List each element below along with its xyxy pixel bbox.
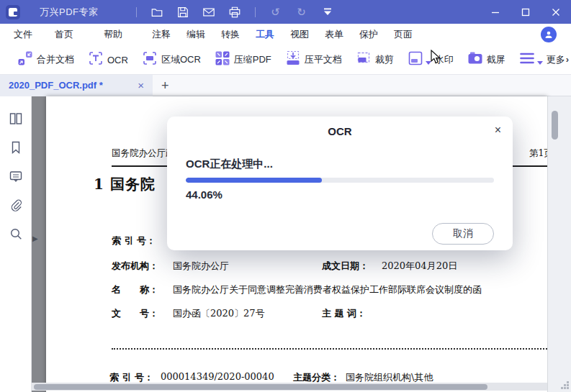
- ocr-dialog: OCR × OCR正在处理中... 44.06% 取消: [167, 117, 513, 250]
- vertical-scrollbar-thumb[interactable]: [552, 111, 558, 140]
- crop-button[interactable]: 裁剪: [356, 50, 394, 69]
- mouse-cursor: [430, 50, 444, 65]
- dialog-close-icon[interactable]: ×: [495, 124, 501, 137]
- area-ocr-icon: [142, 50, 158, 69]
- menu-home[interactable]: 首页: [54, 27, 74, 42]
- ocr-progress-bar: [186, 178, 494, 183]
- document-tab[interactable]: 2020_PDF_OCR.pdf * ×: [0, 75, 153, 96]
- close-button[interactable]: [541, 0, 571, 24]
- undo-icon[interactable]: ↺: [266, 3, 285, 22]
- compress-pdf-button[interactable]: 压缩PDF: [215, 50, 271, 69]
- comment-icon[interactable]: [8, 168, 24, 184]
- area-ocr-button[interactable]: 区域OCR: [142, 50, 201, 69]
- document-heading: 1 国务院: [94, 175, 156, 194]
- search-icon[interactable]: [8, 226, 24, 242]
- flatten-document-button[interactable]: 压平文档: [285, 50, 342, 69]
- tabbar: 2020_PDF_OCR.pdf * × +: [0, 75, 571, 96]
- print-icon[interactable]: [225, 3, 244, 22]
- app-title: 万兴PDF专家: [40, 6, 99, 19]
- page-header-left: 国务院办公厅政: [112, 147, 175, 160]
- crop-icon: [356, 50, 372, 69]
- maximize-button[interactable]: [511, 0, 541, 24]
- bookmark-icon[interactable]: [8, 140, 24, 155]
- menu-form[interactable]: 表单: [324, 27, 344, 42]
- merge-documents-button[interactable]: 合并文档: [17, 50, 74, 69]
- menu-protect[interactable]: 保护: [359, 27, 379, 42]
- panel-expand-handle[interactable]: ▶: [32, 234, 38, 242]
- titlebar-separator: [255, 7, 256, 17]
- tab-title: 2020_PDF_OCR.pdf *: [9, 80, 103, 91]
- ocr-progress-fill: [186, 178, 322, 183]
- menu-convert[interactable]: 转换: [220, 27, 240, 42]
- left-sidebar: [0, 96, 32, 392]
- minimize-button[interactable]: [480, 0, 511, 24]
- email-icon[interactable]: [199, 3, 218, 22]
- more-tools-button[interactable]: 更多: [519, 50, 565, 69]
- toolbar-overflow-chevron[interactable]: ›: [566, 54, 569, 65]
- titlebar: 万兴PDF专家 ↺ ↻: [0, 0, 571, 24]
- ocr-icon: [88, 50, 104, 69]
- menu-view[interactable]: 视图: [289, 27, 310, 42]
- vertical-scrollbar[interactable]: [547, 96, 571, 392]
- menubar: 文件 首页 帮助 注释 编辑 转换 工具 视图 表单 保护 页面: [0, 24, 571, 45]
- menu-page[interactable]: 页面: [393, 27, 413, 42]
- ocr-progress-percent: 44.06%: [186, 188, 222, 201]
- compress-pdf-icon: [215, 50, 230, 69]
- menu-comment[interactable]: 注释: [151, 27, 171, 42]
- tab-close-icon[interactable]: ×: [138, 80, 144, 91]
- flatten-document-icon: [285, 50, 301, 69]
- merge-documents-icon: [17, 50, 33, 69]
- dotted-divider: [112, 348, 547, 350]
- open-folder-icon[interactable]: [148, 3, 166, 22]
- more-menu-icon: [519, 50, 535, 69]
- toolbar: 合并文档 OCR 区域OCR: [0, 45, 571, 75]
- save-icon[interactable]: [174, 3, 192, 22]
- menu-help[interactable]: 帮助: [103, 27, 123, 42]
- resize-grip-icon[interactable]: [561, 381, 570, 390]
- menu-tools[interactable]: 工具: [255, 27, 275, 42]
- toolbar-dropdown-icon[interactable]: [318, 3, 337, 22]
- redo-icon[interactable]: ↻: [292, 3, 311, 22]
- user-avatar[interactable]: [541, 27, 557, 42]
- watermark-icon: [408, 50, 423, 69]
- screenshot-icon: [467, 50, 483, 69]
- page-header-right: 第1页: [529, 147, 547, 160]
- doc-row-issuer: 发布机构： 国务院办公厅 成文日期： 2020年04月20日: [46, 260, 547, 273]
- menu-file[interactable]: 文件: [13, 27, 33, 42]
- horizontal-scrollbar[interactable]: [32, 383, 547, 391]
- window-controls: [480, 0, 571, 24]
- menu-edit[interactable]: 编辑: [186, 27, 206, 42]
- thumbnails-icon[interactable]: [8, 111, 24, 127]
- titlebar-separator: [136, 7, 137, 17]
- new-tab-button[interactable]: +: [161, 79, 169, 92]
- ocr-status-text: OCR正在处理中...: [186, 158, 273, 171]
- doc-row-title: 名 称： 国务院办公厅关于同意调整完善消费者权益保护工作部际联席会议制度的函: [46, 283, 547, 296]
- app-window: 万兴PDF专家 ↺ ↻: [0, 0, 571, 392]
- horizontal-scrollbar-thumb[interactable]: [34, 384, 487, 390]
- attachment-icon[interactable]: [8, 197, 24, 213]
- app-logo-icon: [6, 5, 20, 19]
- ocr-button[interactable]: OCR: [88, 50, 128, 69]
- dialog-title: OCR: [167, 125, 513, 137]
- screenshot-button[interactable]: 截屏: [467, 50, 505, 69]
- chevron-down-icon[interactable]: [537, 61, 543, 65]
- cancel-button[interactable]: 取消: [432, 223, 494, 245]
- doc-row-number: 文 号： 国办函〔2020〕27号 主 题 词：: [46, 307, 547, 320]
